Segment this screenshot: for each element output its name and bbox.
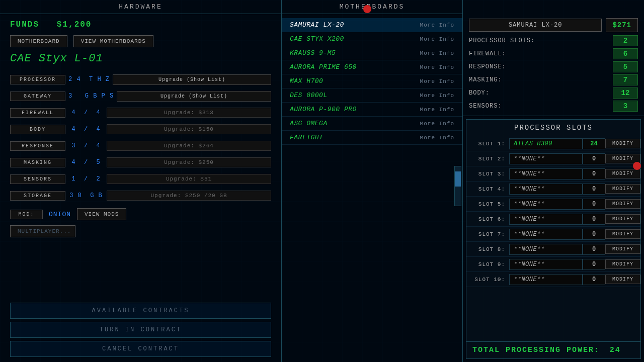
- view-mods-button[interactable]: View MODs: [77, 208, 126, 220]
- slot-name-5: **NONE**: [509, 199, 583, 210]
- mb-item-krauss-9m5[interactable]: KRAUSS 9-M5 More Info: [282, 46, 462, 60]
- mb-spec-label-masking: Masking:: [469, 76, 502, 83]
- mb-item-cae-styx-x200[interactable]: CAE STYX X200 More Info: [282, 32, 462, 46]
- scrollbar[interactable]: [454, 166, 461, 206]
- slot-name-2: **NONE**: [509, 153, 583, 164]
- mb-item-samurai-lx20[interactable]: SAMURAI LX-20 More Info: [282, 18, 462, 32]
- stat-value-masking: 4 / 5: [68, 159, 104, 166]
- stat-upgrade-storage: Upgrade: $250 /20 GB: [107, 191, 271, 201]
- mb-spec-label-sensors: Sensors:: [469, 103, 502, 110]
- mb-spec-value-firewall: 6: [613, 48, 638, 59]
- slot-modify-4[interactable]: MODIFY: [605, 184, 640, 194]
- slot-modify-7[interactable]: MODIFY: [605, 229, 640, 239]
- mb-item-asg-omega[interactable]: ASG OMEGA More Info: [282, 117, 462, 131]
- mb-more-info-samurai-lx20[interactable]: More Info: [420, 22, 454, 28]
- close-processor-button[interactable]: [633, 162, 641, 170]
- cancel-contract-button[interactable]: CANCEL CONTRACT: [10, 341, 271, 357]
- motherboard-button[interactable]: MOTHERBOARD: [10, 35, 67, 47]
- stat-upgrade-processor[interactable]: Upgrade (Show List): [113, 74, 271, 85]
- mb-detail-name: SAMURAI LX-20: [469, 19, 602, 32]
- mb-spec-row-masking: Masking: 7: [469, 74, 638, 85]
- slot-power-2: 0: [583, 153, 605, 164]
- stat-row-storage: STORAGE 3 0 G B Upgrade: $250 /20 GB: [10, 188, 271, 203]
- stat-label-sensors: SENSORS: [10, 174, 65, 184]
- mb-more-info-aurora-prime-650[interactable]: More Info: [420, 64, 454, 70]
- slot-row-10: SLOT 10: **NONE** 0 MODIFY: [466, 272, 640, 287]
- mb-detail-row: SAMURAI LX-20 $271: [469, 18, 638, 32]
- mb-item-aurora-prime-650[interactable]: AURORA PRIME 650 More Info: [282, 60, 462, 74]
- slot-modify-1[interactable]: MODIFY: [605, 139, 640, 148]
- available-contracts-button[interactable]: AVAILABLE CONTRACTS: [10, 303, 271, 319]
- hardware-title: Hardware: [0, 0, 281, 14]
- mb-spec-value-sensors: 3: [613, 101, 638, 112]
- mb-more-info-krauss-9m5[interactable]: More Info: [420, 50, 454, 56]
- mb-name-aurora-p900-pro: AURORA P-900 PRO: [290, 106, 357, 113]
- mod-label: MOD:: [10, 210, 43, 219]
- stat-label-storage: STORAGE: [10, 191, 65, 201]
- motherboard-section: MOTHERBOARD View Motherboards: [0, 35, 281, 52]
- slots-table: SLOT 1: ATLAS R300 24 MODIFY SLOT 2: **N…: [466, 136, 640, 341]
- mb-more-info-aurora-p900-pro[interactable]: More Info: [420, 107, 454, 113]
- mb-more-info-cae-styx-x200[interactable]: More Info: [420, 36, 454, 42]
- slot-power-3: 0: [583, 168, 605, 179]
- slot-label-2: SLOT 2:: [466, 156, 509, 162]
- mb-item-des-8000l[interactable]: DES 8000L More Info: [282, 88, 462, 103]
- slot-power-4: 0: [583, 184, 605, 195]
- turn-in-contract-button[interactable]: TURN IN CONTRACT: [10, 322, 271, 338]
- mb-item-farlight[interactable]: FARLIGHT More Info: [282, 131, 462, 145]
- slot-modify-10[interactable]: MODIFY: [605, 275, 640, 284]
- right-panel: . SAMURAI LX-20 $271 Processor Slots: 2 …: [463, 0, 644, 362]
- stat-row-gateway: GATEWAY 3 G B P S Upgrade (Show List): [10, 88, 271, 104]
- slot-name-6: **NONE**: [509, 214, 583, 225]
- mb-spec-label-body: Body:: [469, 89, 490, 97]
- stat-value-body: 4 / 4: [68, 126, 104, 133]
- slot-power-5: 0: [583, 199, 605, 210]
- slot-name-9: **NONE**: [509, 259, 583, 270]
- mb-item-max-h700[interactable]: MAX H700 More Info: [282, 74, 462, 88]
- stat-row-processor: PROCESSOR 2 4 T H Z Upgrade (Show List): [10, 72, 271, 87]
- slot-modify-9[interactable]: MODIFY: [605, 259, 640, 269]
- slot-modify-6[interactable]: MODIFY: [605, 214, 640, 224]
- funds-value: $1,200: [57, 20, 92, 29]
- multiplayer-button[interactable]: MULTIPLAYER...: [10, 225, 75, 237]
- mb-spec-row-proc-slots: Processor Slots: 2: [469, 35, 638, 46]
- stat-label-response: RESPONSE: [10, 141, 65, 151]
- slot-label-3: SLOT 3:: [466, 171, 509, 177]
- stat-row-body: BODY 4 / 4 Upgrade: $150: [10, 122, 271, 137]
- mb-name-samurai-lx20: SAMURAI LX-20: [290, 21, 344, 29]
- mb-more-info-max-h700[interactable]: More Info: [420, 78, 454, 84]
- slot-modify-3[interactable]: MODIFY: [605, 169, 640, 178]
- stat-value-storage: 3 0 G B: [68, 192, 104, 199]
- mb-item-aurora-p900-pro[interactable]: AURORA P-900 PRO More Info: [282, 103, 462, 117]
- slot-row-2: SLOT 2: **NONE** 0 MODIFY: [466, 151, 640, 166]
- mb-spec-row-firewall: Firewall: 6: [469, 48, 638, 59]
- slot-name-10: **NONE**: [509, 274, 583, 285]
- processor-panel-title: Processor Slots: [466, 120, 640, 136]
- mb-name-asg-omega: ASG OMEGA: [290, 120, 328, 127]
- mb-more-info-asg-omega[interactable]: More Info: [420, 121, 454, 127]
- stat-row-masking: MASKING 4 / 5 Upgrade: $250: [10, 155, 271, 170]
- mb-more-info-des-8000l[interactable]: More Info: [420, 93, 454, 99]
- stat-value-processor: 2 4 T H Z: [68, 76, 110, 83]
- stat-upgrade-firewall: Upgrade: $313: [107, 108, 271, 118]
- slot-power-9: 0: [583, 259, 605, 270]
- mb-spec-label-firewall: Firewall:: [469, 50, 506, 57]
- slot-modify-8[interactable]: MODIFY: [605, 244, 640, 254]
- mb-name-des-8000l: DES 8000L: [290, 92, 328, 99]
- stat-label-processor: PROCESSOR: [10, 75, 65, 84]
- slot-modify-5[interactable]: MODIFY: [605, 199, 640, 209]
- stat-upgrade-gateway[interactable]: Upgrade (Show List): [117, 91, 271, 102]
- stat-value-gateway: 3 G B P S: [68, 93, 114, 100]
- close-hardware-button[interactable]: [363, 5, 371, 13]
- slot-label-10: SLOT 10:: [466, 277, 509, 283]
- view-motherboards-button[interactable]: View Motherboards: [73, 35, 153, 47]
- mb-more-info-farlight[interactable]: More Info: [420, 135, 454, 141]
- motherboard-detail: SAMURAI LX-20 $271 Processor Slots: 2 Fi…: [463, 14, 644, 116]
- processor-panel: Processor Slots SLOT 1: ATLAS R300 24 MO…: [466, 119, 641, 359]
- mod-row: MOD: ONION View MODs: [0, 205, 281, 223]
- motherboard-list: SAMURAI LX-20 More Info CAE STYX X200 Mo…: [282, 14, 462, 362]
- slot-row-7: SLOT 7: **NONE** 0 MODIFY: [466, 227, 640, 242]
- total-power-row: TOTAL PROCESSING POWER: 24: [466, 341, 640, 358]
- total-power-value: 24: [610, 346, 621, 354]
- slot-name-7: **NONE**: [509, 229, 583, 240]
